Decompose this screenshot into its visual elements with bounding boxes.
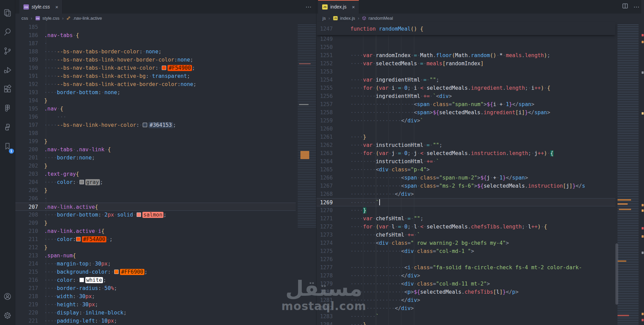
code-line-207[interactable]: 207.nav-link.active{ bbox=[15, 203, 316, 211]
code-line-1279[interactable]: 1279················<div·class="col-md-1… bbox=[316, 280, 615, 288]
more-actions-icon[interactable]: ⋯ bbox=[306, 3, 311, 11]
code-editor-js[interactable]: 124912501251····var·randomIndex·=·Math.f… bbox=[316, 35, 615, 325]
code-line-200[interactable]: 200.nav-tabs·.nav-link·{ bbox=[15, 146, 316, 154]
code-line-1254[interactable]: 1254····var·ingredientHtml·=·""; bbox=[316, 76, 615, 84]
code-line-1281[interactable]: 1281················</div> bbox=[316, 296, 615, 304]
minimap[interactable] bbox=[615, 22, 641, 325]
code-line-1274[interactable]: 1274········<div·class=" row warning-2 b… bbox=[316, 239, 615, 247]
code-line-205[interactable]: 205} bbox=[15, 186, 316, 194]
code-line-203[interactable]: 203.text-gray{ bbox=[15, 170, 316, 178]
code-line-215[interactable]: 215····background-color:·#FF6900; bbox=[15, 268, 316, 276]
breadcrumb-folder[interactable]: css bbox=[21, 16, 28, 21]
code-line-201[interactable]: 201····border:none; bbox=[15, 154, 316, 162]
color-swatch[interactable] bbox=[143, 123, 147, 127]
source-control-icon[interactable] bbox=[0, 41, 15, 61]
code-line-1262[interactable]: 1262····var·instructionHtml·=·""; bbox=[316, 141, 615, 149]
code-line-1273[interactable]: 1273········chefsHtml·+=·` bbox=[316, 231, 615, 239]
code-line-190[interactable]: 190····--bs-nav-tabs-link-active-color:·… bbox=[15, 64, 316, 72]
color-swatch[interactable] bbox=[76, 237, 81, 241]
settings-gear-icon[interactable] bbox=[0, 306, 15, 325]
code-line-1282[interactable]: 1282··············</div> bbox=[316, 304, 615, 312]
code-line-192[interactable]: 192····--bs-nav-tabs-link-active-border-… bbox=[15, 80, 316, 88]
minimap[interactable] bbox=[296, 22, 316, 325]
explorer-icon[interactable] bbox=[0, 3, 15, 22]
python-icon[interactable] bbox=[0, 118, 15, 137]
breadcrumb-folder[interactable]: js bbox=[323, 16, 326, 21]
sticky-scroll-line[interactable]: 1247function randomMeal() { bbox=[316, 22, 615, 35]
code-line-185[interactable]: 185 bbox=[15, 23, 316, 31]
search-icon[interactable] bbox=[0, 22, 15, 41]
code-line-1251[interactable]: 1251····var·randomIndex·=·Math.floor(Mat… bbox=[316, 51, 615, 59]
code-editor-css[interactable]: 185186.nav-tabs·{187·188····--bs-nav-tab… bbox=[15, 22, 316, 325]
close-icon[interactable]: × bbox=[352, 4, 355, 10]
code-line-1255[interactable]: 1255····for·(var·i·=·0;·i·<·selectedMeal… bbox=[316, 84, 615, 92]
code-line-1270[interactable]: 1270····} bbox=[316, 206, 615, 215]
code-line-191[interactable]: 191····--bs-nav-tabs-link-active-bg:·tra… bbox=[15, 72, 316, 80]
color-swatch[interactable] bbox=[80, 180, 84, 184]
code-line-1259[interactable]: 1259················</div>` bbox=[316, 117, 615, 125]
code-line-210[interactable]: 210.nav-link.active·i{ bbox=[15, 227, 316, 235]
code-line-187[interactable]: 187· bbox=[15, 39, 316, 48]
code-line-1284[interactable]: 1284····} bbox=[316, 321, 615, 325]
run-debug-icon[interactable] bbox=[0, 61, 15, 80]
code-line-208[interactable]: 208····border-bottom:·2px·solid·salmon; bbox=[15, 211, 316, 219]
code-line-218[interactable]: 218····width:·30px; bbox=[15, 292, 316, 301]
code-line-214[interactable]: 214····margin-top:·30px; bbox=[15, 260, 316, 268]
color-swatch[interactable] bbox=[137, 212, 141, 217]
code-line-199[interactable]: 199} bbox=[15, 137, 316, 146]
code-line-194[interactable]: 194} bbox=[15, 97, 316, 105]
code-line-1253[interactable]: 1253 bbox=[316, 68, 615, 76]
color-swatch[interactable] bbox=[162, 66, 166, 70]
code-line-1275[interactable]: 1275················<div·class="col-md-1… bbox=[316, 247, 615, 255]
code-line-216[interactable]: 216····color:·white; bbox=[15, 276, 316, 284]
code-line-1257[interactable]: 1257····················<span·class="spa… bbox=[316, 100, 615, 108]
code-line-212[interactable]: 212} bbox=[15, 243, 316, 252]
code-line-206[interactable]: 206· bbox=[15, 194, 316, 203]
code-line-217[interactable]: 217····border-radius:·50%; bbox=[15, 284, 316, 292]
code-line-1250[interactable]: 1250 bbox=[316, 43, 615, 51]
code-line-1272[interactable]: 1272····for·(var·l·=·0;·l·<·selectedMeal… bbox=[316, 223, 615, 231]
code-line-195[interactable]: 195.nav·{ bbox=[15, 105, 316, 113]
extensions-icon[interactable] bbox=[0, 80, 15, 99]
code-line-189[interactable]: 189····--bs-nav-tabs-link-hover-border-c… bbox=[15, 56, 316, 64]
code-line-220[interactable]: 220····display:·inline-block; bbox=[15, 309, 316, 317]
code-line-197[interactable]: 197····--bs-nav-link-hover-color:·#36415… bbox=[15, 121, 316, 129]
code-line-209[interactable]: 209} bbox=[15, 219, 316, 227]
breadcrumb-file[interactable]: index.js bbox=[340, 16, 355, 21]
code-line-1277[interactable]: 1277·················<i·class="fa-solid … bbox=[316, 263, 615, 272]
code-line-196[interactable]: 196 ··· bbox=[15, 113, 316, 121]
color-swatch[interactable] bbox=[80, 278, 84, 282]
code-line-1280[interactable]: 1280·················<p>${selectedMeals.… bbox=[316, 288, 615, 296]
code-line-221[interactable]: 221····padding-left:·10px; bbox=[15, 317, 316, 325]
code-line-188[interactable]: 188····--bs-nav-tabs-border-color:·none; bbox=[15, 48, 316, 56]
code-line-1264[interactable]: 1264········instructionHtml·+=·` bbox=[316, 157, 615, 166]
code-line-1256[interactable]: 1256········ingredientHtml·+=·`<div> bbox=[316, 92, 615, 100]
code-line-211[interactable]: 211····color:#F54A00·; bbox=[15, 235, 316, 243]
code-line-202[interactable]: 202} bbox=[15, 162, 316, 170]
split-editor-icon[interactable] bbox=[622, 3, 628, 11]
code-line-193[interactable]: 193····border-bottom:·none; bbox=[15, 88, 316, 97]
code-line-1266[interactable]: 1266················<span·class="span-nu… bbox=[316, 174, 615, 182]
code-line-213[interactable]: 213.span-num{ bbox=[15, 252, 316, 260]
code-line-1261[interactable]: 1261····} bbox=[316, 133, 615, 141]
code-line-1252[interactable]: 1252····var·selectedMeals·=·meals[random… bbox=[316, 59, 615, 68]
code-line-1268[interactable]: 1268··············</div> bbox=[316, 190, 615, 198]
breadcrumb-symbol[interactable]: .nav-link.active bbox=[73, 16, 102, 21]
code-line-1276[interactable]: 1276 bbox=[316, 255, 615, 263]
figma-icon[interactable] bbox=[0, 99, 15, 118]
breadcrumb-symbol[interactable]: randomMeal bbox=[368, 16, 393, 21]
close-icon[interactable]: × bbox=[55, 4, 58, 10]
breadcrumb-file[interactable]: style.css bbox=[42, 16, 59, 21]
code-line-1258[interactable]: 1258····················<span>${selected… bbox=[316, 108, 615, 117]
code-line-1278[interactable]: 1278················</div> bbox=[316, 272, 615, 280]
code-line-219[interactable]: 219····height:·30px; bbox=[15, 301, 316, 309]
color-swatch[interactable] bbox=[114, 270, 119, 274]
code-line-1249[interactable]: 1249 bbox=[316, 35, 615, 43]
code-line-1265[interactable]: 1265········<div·class="p-4"> bbox=[316, 166, 615, 174]
account-icon[interactable] bbox=[0, 287, 15, 306]
code-line-204[interactable]: 204····color:·gray; bbox=[15, 178, 316, 186]
code-line-1283[interactable]: 1283········` bbox=[316, 312, 615, 321]
code-line-1263[interactable]: 1263····for·(var·j·=·0;·j·<·selectedMeal… bbox=[316, 149, 615, 157]
code-line-198[interactable]: 198 bbox=[15, 129, 316, 137]
bookmarks-icon[interactable]: 1 bbox=[0, 137, 15, 156]
